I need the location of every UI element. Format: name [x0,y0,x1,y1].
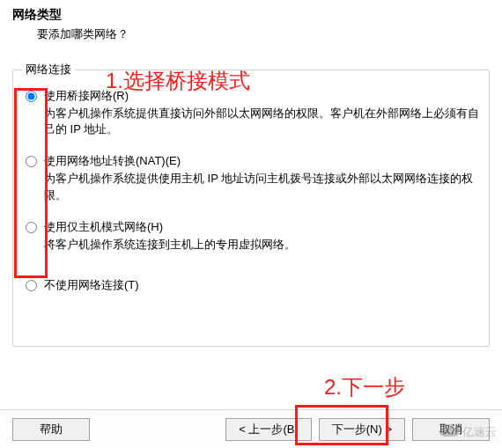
option-label: 使用网络地址转换(NAT)(E) [44,153,480,169]
footer-toolbar: 帮助 < 上一步(B) 下一步(N) > 取消 [0,409,502,448]
header: 网络类型 要添加哪类网络？ [0,0,502,46]
option-desc: 为客户机操作系统提供直接访问外部以太网网络的权限。客户机在外部网络上必须有自己的… [44,106,480,137]
option-label: 使用仅主机模式网络(H) [44,219,480,235]
cancel-button[interactable]: 取消 [412,418,490,441]
page-title: 网络类型 [12,7,490,23]
page-subtitle: 要添加哪类网络？ [37,26,490,42]
group-legend: 网络连接 [22,62,75,77]
option-desc: 为客户机操作系统提供使用主机 IP 地址访问主机拨号连接或外部以太网网络连接的权… [44,171,480,202]
option-desc: 将客户机操作系统连接到主机上的专用虚拟网络。 [44,237,480,253]
option-nat[interactable]: 使用网络地址转换(NAT)(E) 为客户机操作系统提供使用主机 IP 地址访问主… [22,153,480,202]
radio-none[interactable] [26,280,37,291]
option-hostonly[interactable]: 使用仅主机模式网络(H) 将客户机操作系统连接到主机上的专用虚拟网络。 [22,219,480,253]
back-button[interactable]: < 上一步(B) [225,418,312,441]
network-connection-group: 网络连接 使用桥接网络(R) 为客户机操作系统提供直接访问外部以太网网络的权限。… [12,62,490,347]
help-button[interactable]: 帮助 [12,418,90,441]
annotation-step2-label: 2.下一步 [324,377,405,398]
option-label: 不使用网络连接(T) [44,277,480,293]
radio-bridged[interactable] [26,91,37,102]
next-button[interactable]: 下一步(N) > [319,418,405,441]
radio-nat[interactable] [26,156,37,167]
option-none[interactable]: 不使用网络连接(T) [22,277,480,293]
option-label: 使用桥接网络(R) [44,88,480,104]
option-bridged[interactable]: 使用桥接网络(R) 为客户机操作系统提供直接访问外部以太网网络的权限。客户机在外… [22,88,480,137]
radio-hostonly[interactable] [26,222,37,233]
content-area: 网络连接 使用桥接网络(R) 为客户机操作系统提供直接访问外部以太网网络的权限。… [0,46,502,347]
